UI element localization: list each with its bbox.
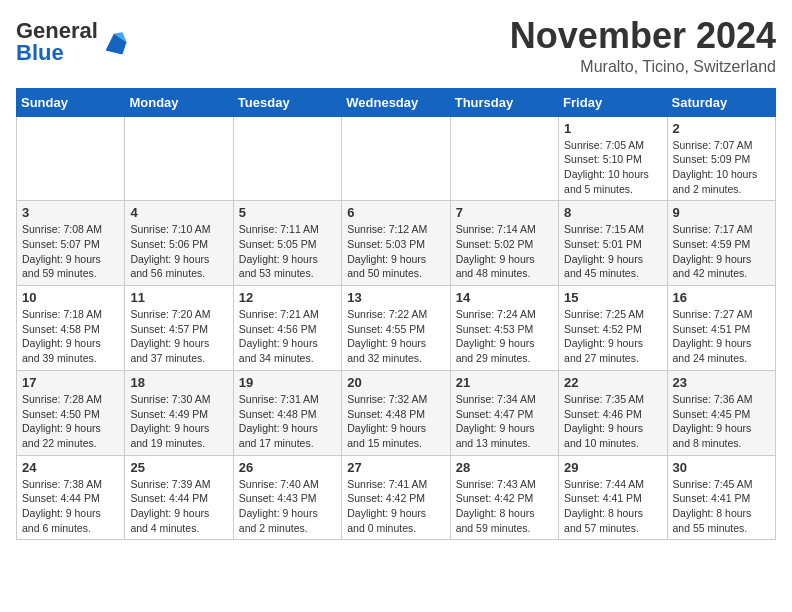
day-info: Sunrise: 7:10 AM Sunset: 5:06 PM Dayligh… (130, 222, 227, 281)
day-number: 17 (22, 375, 119, 390)
day-info: Sunrise: 7:30 AM Sunset: 4:49 PM Dayligh… (130, 392, 227, 451)
day-info: Sunrise: 7:36 AM Sunset: 4:45 PM Dayligh… (673, 392, 770, 451)
day-info: Sunrise: 7:40 AM Sunset: 4:43 PM Dayligh… (239, 477, 336, 536)
logo-icon (100, 28, 128, 56)
weekday-header-row: SundayMondayTuesdayWednesdayThursdayFrid… (17, 88, 776, 116)
calendar-cell: 6Sunrise: 7:12 AM Sunset: 5:03 PM Daylig… (342, 201, 450, 286)
day-number: 29 (564, 460, 661, 475)
day-info: Sunrise: 7:18 AM Sunset: 4:58 PM Dayligh… (22, 307, 119, 366)
day-info: Sunrise: 7:31 AM Sunset: 4:48 PM Dayligh… (239, 392, 336, 451)
day-info: Sunrise: 7:20 AM Sunset: 4:57 PM Dayligh… (130, 307, 227, 366)
calendar-cell (125, 116, 233, 201)
day-info: Sunrise: 7:34 AM Sunset: 4:47 PM Dayligh… (456, 392, 553, 451)
day-number: 7 (456, 205, 553, 220)
calendar-cell: 17Sunrise: 7:28 AM Sunset: 4:50 PM Dayli… (17, 370, 125, 455)
calendar-cell: 29Sunrise: 7:44 AM Sunset: 4:41 PM Dayli… (559, 455, 667, 540)
day-number: 30 (673, 460, 770, 475)
day-number: 6 (347, 205, 444, 220)
day-info: Sunrise: 7:05 AM Sunset: 5:10 PM Dayligh… (564, 138, 661, 197)
day-info: Sunrise: 7:08 AM Sunset: 5:07 PM Dayligh… (22, 222, 119, 281)
logo-blue: Blue (16, 40, 64, 65)
calendar-cell: 14Sunrise: 7:24 AM Sunset: 4:53 PM Dayli… (450, 286, 558, 371)
day-info: Sunrise: 7:11 AM Sunset: 5:05 PM Dayligh… (239, 222, 336, 281)
calendar-cell: 12Sunrise: 7:21 AM Sunset: 4:56 PM Dayli… (233, 286, 341, 371)
calendar-cell: 28Sunrise: 7:43 AM Sunset: 4:42 PM Dayli… (450, 455, 558, 540)
location: Muralto, Ticino, Switzerland (510, 58, 776, 76)
day-number: 5 (239, 205, 336, 220)
calendar-cell: 23Sunrise: 7:36 AM Sunset: 4:45 PM Dayli… (667, 370, 775, 455)
day-number: 15 (564, 290, 661, 305)
day-info: Sunrise: 7:39 AM Sunset: 4:44 PM Dayligh… (130, 477, 227, 536)
day-info: Sunrise: 7:43 AM Sunset: 4:42 PM Dayligh… (456, 477, 553, 536)
day-info: Sunrise: 7:07 AM Sunset: 5:09 PM Dayligh… (673, 138, 770, 197)
title-area: November 2024 Muralto, Ticino, Switzerla… (510, 16, 776, 76)
day-number: 4 (130, 205, 227, 220)
day-info: Sunrise: 7:35 AM Sunset: 4:46 PM Dayligh… (564, 392, 661, 451)
weekday-tuesday: Tuesday (233, 88, 341, 116)
calendar-table: SundayMondayTuesdayWednesdayThursdayFrid… (16, 88, 776, 541)
calendar-cell: 2Sunrise: 7:07 AM Sunset: 5:09 PM Daylig… (667, 116, 775, 201)
day-number: 28 (456, 460, 553, 475)
calendar-cell: 18Sunrise: 7:30 AM Sunset: 4:49 PM Dayli… (125, 370, 233, 455)
day-number: 8 (564, 205, 661, 220)
calendar-week-4: 17Sunrise: 7:28 AM Sunset: 4:50 PM Dayli… (17, 370, 776, 455)
day-number: 10 (22, 290, 119, 305)
month-title: November 2024 (510, 16, 776, 56)
day-number: 23 (673, 375, 770, 390)
calendar-cell: 4Sunrise: 7:10 AM Sunset: 5:06 PM Daylig… (125, 201, 233, 286)
day-info: Sunrise: 7:28 AM Sunset: 4:50 PM Dayligh… (22, 392, 119, 451)
day-info: Sunrise: 7:12 AM Sunset: 5:03 PM Dayligh… (347, 222, 444, 281)
calendar-week-5: 24Sunrise: 7:38 AM Sunset: 4:44 PM Dayli… (17, 455, 776, 540)
calendar-cell: 10Sunrise: 7:18 AM Sunset: 4:58 PM Dayli… (17, 286, 125, 371)
calendar-week-3: 10Sunrise: 7:18 AM Sunset: 4:58 PM Dayli… (17, 286, 776, 371)
weekday-sunday: Sunday (17, 88, 125, 116)
day-number: 16 (673, 290, 770, 305)
day-info: Sunrise: 7:25 AM Sunset: 4:52 PM Dayligh… (564, 307, 661, 366)
calendar-cell (17, 116, 125, 201)
weekday-saturday: Saturday (667, 88, 775, 116)
calendar-week-1: 1Sunrise: 7:05 AM Sunset: 5:10 PM Daylig… (17, 116, 776, 201)
calendar-cell: 9Sunrise: 7:17 AM Sunset: 4:59 PM Daylig… (667, 201, 775, 286)
calendar-cell: 20Sunrise: 7:32 AM Sunset: 4:48 PM Dayli… (342, 370, 450, 455)
calendar-cell: 8Sunrise: 7:15 AM Sunset: 5:01 PM Daylig… (559, 201, 667, 286)
calendar-body: 1Sunrise: 7:05 AM Sunset: 5:10 PM Daylig… (17, 116, 776, 540)
day-number: 27 (347, 460, 444, 475)
day-info: Sunrise: 7:17 AM Sunset: 4:59 PM Dayligh… (673, 222, 770, 281)
calendar-header: SundayMondayTuesdayWednesdayThursdayFrid… (17, 88, 776, 116)
calendar-cell: 7Sunrise: 7:14 AM Sunset: 5:02 PM Daylig… (450, 201, 558, 286)
day-number: 18 (130, 375, 227, 390)
calendar-cell: 25Sunrise: 7:39 AM Sunset: 4:44 PM Dayli… (125, 455, 233, 540)
day-number: 21 (456, 375, 553, 390)
day-number: 1 (564, 121, 661, 136)
day-number: 11 (130, 290, 227, 305)
day-info: Sunrise: 7:41 AM Sunset: 4:42 PM Dayligh… (347, 477, 444, 536)
calendar-cell: 30Sunrise: 7:45 AM Sunset: 4:41 PM Dayli… (667, 455, 775, 540)
day-number: 22 (564, 375, 661, 390)
calendar-cell: 11Sunrise: 7:20 AM Sunset: 4:57 PM Dayli… (125, 286, 233, 371)
calendar-cell: 5Sunrise: 7:11 AM Sunset: 5:05 PM Daylig… (233, 201, 341, 286)
calendar-cell: 21Sunrise: 7:34 AM Sunset: 4:47 PM Dayli… (450, 370, 558, 455)
day-info: Sunrise: 7:38 AM Sunset: 4:44 PM Dayligh… (22, 477, 119, 536)
day-number: 2 (673, 121, 770, 136)
day-number: 25 (130, 460, 227, 475)
calendar-cell: 24Sunrise: 7:38 AM Sunset: 4:44 PM Dayli… (17, 455, 125, 540)
day-info: Sunrise: 7:32 AM Sunset: 4:48 PM Dayligh… (347, 392, 444, 451)
calendar-cell: 13Sunrise: 7:22 AM Sunset: 4:55 PM Dayli… (342, 286, 450, 371)
weekday-thursday: Thursday (450, 88, 558, 116)
day-number: 19 (239, 375, 336, 390)
day-number: 12 (239, 290, 336, 305)
day-info: Sunrise: 7:15 AM Sunset: 5:01 PM Dayligh… (564, 222, 661, 281)
calendar-cell: 16Sunrise: 7:27 AM Sunset: 4:51 PM Dayli… (667, 286, 775, 371)
calendar-cell: 26Sunrise: 7:40 AM Sunset: 4:43 PM Dayli… (233, 455, 341, 540)
calendar-cell: 19Sunrise: 7:31 AM Sunset: 4:48 PM Dayli… (233, 370, 341, 455)
day-info: Sunrise: 7:27 AM Sunset: 4:51 PM Dayligh… (673, 307, 770, 366)
day-info: Sunrise: 7:14 AM Sunset: 5:02 PM Dayligh… (456, 222, 553, 281)
calendar-cell: 3Sunrise: 7:08 AM Sunset: 5:07 PM Daylig… (17, 201, 125, 286)
day-number: 20 (347, 375, 444, 390)
calendar-cell (233, 116, 341, 201)
weekday-wednesday: Wednesday (342, 88, 450, 116)
weekday-friday: Friday (559, 88, 667, 116)
day-number: 13 (347, 290, 444, 305)
day-info: Sunrise: 7:45 AM Sunset: 4:41 PM Dayligh… (673, 477, 770, 536)
calendar-cell: 27Sunrise: 7:41 AM Sunset: 4:42 PM Dayli… (342, 455, 450, 540)
